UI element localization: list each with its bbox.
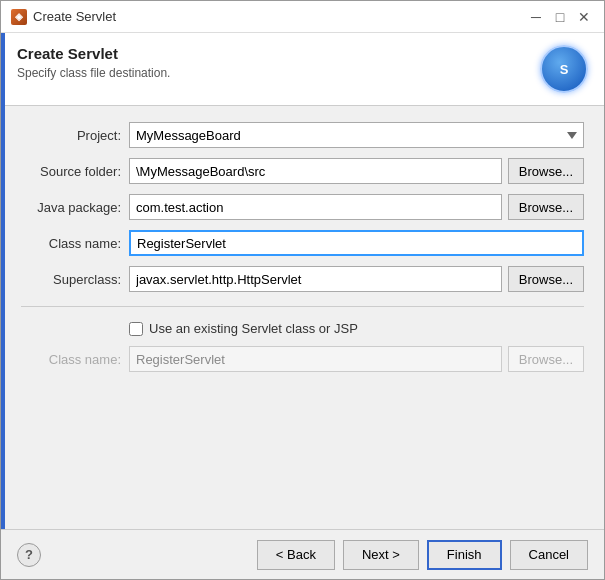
class-name-row: Class name: xyxy=(21,230,584,256)
title-controls: ─ □ ✕ xyxy=(526,7,594,27)
dialog-logo: S xyxy=(540,45,588,93)
class-name-input-wrap xyxy=(129,230,584,256)
superclass-browse-button[interactable]: Browse... xyxy=(508,266,584,292)
title-bar-left: ◈ Create Servlet xyxy=(11,9,116,25)
back-button[interactable]: < Back xyxy=(257,540,335,570)
existing-class-browse-button: Browse... xyxy=(508,346,584,372)
cancel-button[interactable]: Cancel xyxy=(510,540,588,570)
dialog-footer: ? < Back Next > Finish Cancel xyxy=(1,529,604,579)
java-package-input-wrap: Browse... xyxy=(129,194,584,220)
close-button[interactable]: ✕ xyxy=(574,7,594,27)
minimize-button[interactable]: ─ xyxy=(526,7,546,27)
existing-class-name-input[interactable] xyxy=(129,346,502,372)
project-label: Project: xyxy=(21,128,121,143)
java-package-input[interactable] xyxy=(129,194,502,220)
dialog-header-text: Create Servlet Specify class file destin… xyxy=(17,45,170,80)
source-folder-input-wrap: Browse... xyxy=(129,158,584,184)
existing-servlet-checkbox-row: Use an existing Servlet class or JSP xyxy=(21,321,584,336)
class-name-label: Class name: xyxy=(21,236,121,251)
java-package-browse-button[interactable]: Browse... xyxy=(508,194,584,220)
finish-button[interactable]: Finish xyxy=(427,540,502,570)
window-icon: ◈ xyxy=(11,9,27,25)
next-button[interactable]: Next > xyxy=(343,540,419,570)
window-title: Create Servlet xyxy=(33,9,116,24)
java-package-row: Java package: Browse... xyxy=(21,194,584,220)
left-accent-bar xyxy=(1,33,5,529)
project-row: Project: MyMessageBoard xyxy=(21,122,584,148)
superclass-input-wrap: Browse... xyxy=(129,266,584,292)
project-input-wrap: MyMessageBoard xyxy=(129,122,584,148)
maximize-button[interactable]: □ xyxy=(550,7,570,27)
footer-left: ? xyxy=(17,543,41,567)
superclass-input[interactable] xyxy=(129,266,502,292)
dialog-title: Create Servlet xyxy=(17,45,170,62)
superclass-row: Superclass: Browse... xyxy=(21,266,584,292)
logo-letter: S xyxy=(560,62,569,77)
help-button[interactable]: ? xyxy=(17,543,41,567)
dialog-header: Create Servlet Specify class file destin… xyxy=(1,33,604,106)
source-folder-row: Source folder: Browse... xyxy=(21,158,584,184)
existing-class-name-row: Class name: Browse... xyxy=(21,346,584,372)
superclass-label: Superclass: xyxy=(21,272,121,287)
title-bar: ◈ Create Servlet ─ □ ✕ xyxy=(1,1,604,33)
existing-servlet-checkbox-label[interactable]: Use an existing Servlet class or JSP xyxy=(149,321,358,336)
project-select[interactable]: MyMessageBoard xyxy=(129,122,584,148)
java-package-label: Java package: xyxy=(21,200,121,215)
source-folder-input[interactable] xyxy=(129,158,502,184)
class-name-input[interactable] xyxy=(129,230,584,256)
dialog-content: Project: MyMessageBoard Source folder: B… xyxy=(1,106,604,529)
dialog-window: ◈ Create Servlet ─ □ ✕ Create Servlet Sp… xyxy=(0,0,605,580)
source-folder-label: Source folder: xyxy=(21,164,121,179)
existing-class-name-label: Class name: xyxy=(21,352,121,367)
footer-buttons: < Back Next > Finish Cancel xyxy=(257,540,588,570)
existing-class-name-input-wrap: Browse... xyxy=(129,346,584,372)
separator xyxy=(21,306,584,307)
existing-servlet-checkbox[interactable] xyxy=(129,322,143,336)
source-folder-browse-button[interactable]: Browse... xyxy=(508,158,584,184)
dialog-subtitle: Specify class file destination. xyxy=(17,66,170,80)
